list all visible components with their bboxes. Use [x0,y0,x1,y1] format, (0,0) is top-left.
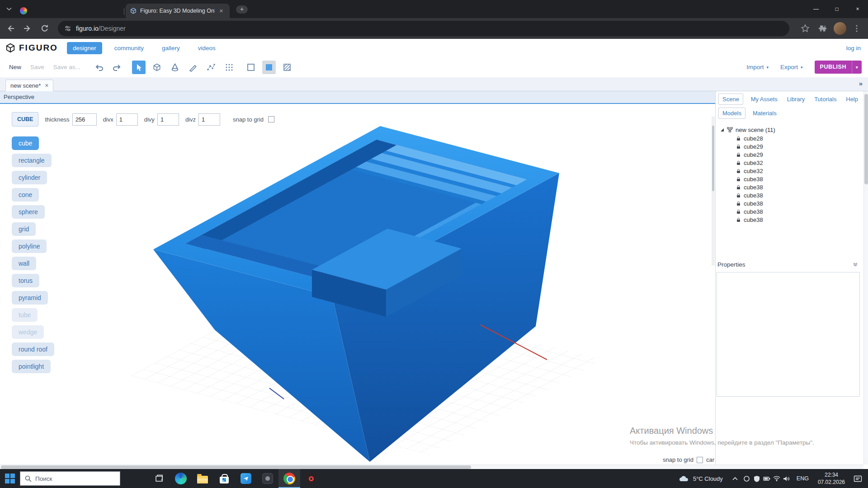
shape-button-polyline[interactable]: polyline [12,239,47,253]
shape-button-grid[interactable]: grid [12,222,36,236]
back-button[interactable] [4,22,17,35]
extensions-button[interactable] [816,22,829,35]
window-minimize-button[interactable]: — [806,0,826,18]
nav-item-community[interactable]: community [108,42,150,54]
thickness-input[interactable] [72,113,97,126]
new-tab-button[interactable]: + [236,5,248,14]
tray-circle-icon[interactable] [742,475,752,482]
polyline-tool-button[interactable] [204,61,218,74]
bookmark-button[interactable] [798,22,812,35]
snap-to-grid-checkbox[interactable] [268,116,274,122]
export-button[interactable]: Export ▾ [780,64,803,70]
scrollbar-thumb[interactable] [864,94,868,184]
window-close-button[interactable]: × [847,0,868,18]
reload-button[interactable] [38,22,52,35]
tree-item[interactable]: cube38 [720,183,863,191]
view-mode-label[interactable]: Perspective [0,91,715,104]
forward-button[interactable] [21,22,34,35]
taskbar-app-blue[interactable] [235,469,257,488]
nav-item-videos[interactable]: videos [192,42,222,54]
import-button[interactable]: Import ▾ [746,64,769,70]
divy-input[interactable] [157,113,179,126]
textured-view-button[interactable] [280,61,294,74]
viewport-3d-canvas[interactable] [0,91,715,465]
shape-button-cylinder[interactable]: cylinder [12,171,47,184]
wireframe-view-button[interactable] [244,61,258,74]
publish-dropdown-button[interactable]: ▾ [852,61,862,74]
scrollbar-thumb[interactable] [1,465,471,469]
redo-button[interactable] [110,61,124,74]
scene-tree-root[interactable]: new scene (11) [720,125,863,134]
new-button[interactable]: New [9,64,21,70]
tab-my-assets[interactable]: My Assets [749,94,779,104]
undo-button[interactable] [92,61,106,74]
tray-expand-button[interactable] [728,477,742,480]
subtab-materials[interactable]: Materials [751,108,778,118]
shape-button-tube[interactable]: tube [12,308,38,322]
tree-item[interactable]: cube38 [720,216,863,224]
select-tool-button[interactable] [132,61,146,74]
tray-wifi-icon[interactable] [772,476,782,481]
divz-input[interactable] [198,113,220,126]
tree-item[interactable]: cube38 [720,191,863,199]
tray-battery-icon[interactable] [762,476,772,481]
shape-button-wedge[interactable]: wedge [12,325,44,339]
shape-button-pyramid[interactable]: pyramid [12,291,48,305]
page-horizontal-scrollbar[interactable] [0,465,863,469]
box-tool-button[interactable] [150,61,164,74]
address-bar[interactable]: figuro.io /Designer [58,21,789,36]
viewport-snap-checkbox[interactable] [697,457,703,463]
page-vertical-scrollbar[interactable] [863,91,868,465]
taskbar-app-dark[interactable] [257,469,278,488]
taskbar-clock[interactable]: 22:34 07.02.2026 [814,471,849,486]
profile-avatar[interactable] [834,22,846,35]
taskbar-app-edge[interactable] [170,469,192,488]
action-center-button[interactable] [849,475,868,483]
language-indicator[interactable]: ENG [792,475,814,482]
tree-item[interactable]: cube28 [720,134,863,142]
nav-item-designer[interactable]: designer [67,42,102,54]
shape-button-sphere[interactable]: sphere [12,205,45,219]
subtab-models[interactable]: Models [718,108,745,119]
taskbar-app-chrome[interactable] [278,469,300,488]
taskbar-app-red[interactable] [300,469,322,488]
figuro-logo[interactable]: FIGURO [5,43,58,53]
task-view-button[interactable] [148,469,170,488]
scene-tab-active[interactable]: new scene* × [5,80,53,91]
shape-button-round-roof[interactable]: round roof [12,343,54,356]
solid-view-button[interactable] [262,61,276,74]
taskbar-app-explorer[interactable] [192,469,213,488]
browser-menu-button[interactable] [850,22,863,35]
shape-button-cube[interactable]: cube [12,136,39,150]
scene-tab-close-icon[interactable]: × [45,82,48,89]
tab-help[interactable]: Help [844,94,860,104]
shape-button-rectangle[interactable]: rectangle [12,154,52,167]
tree-item[interactable]: cube29 [720,142,863,150]
publish-button[interactable]: PUBLISH ▾ [815,61,862,74]
shape-button-pointlight[interactable]: pointlight [12,360,51,373]
nav-item-gallery[interactable]: gallery [156,42,186,54]
divx-input[interactable] [116,113,138,126]
tray-shield-icon[interactable] [752,475,762,482]
tab-tutorials[interactable]: Tutorials [812,94,838,104]
save-button[interactable]: Save [30,64,44,70]
properties-header[interactable]: Properties [716,261,863,268]
tab-overflow-button[interactable]: » [859,80,863,87]
line-tool-button[interactable] [186,61,200,74]
login-link[interactable]: log in [846,45,861,52]
save-as-button[interactable]: Save as... [53,64,80,70]
window-maximize-button[interactable]: □ [826,0,847,18]
tab-scene[interactable]: Scene [718,94,743,105]
cone-tool-button[interactable] [168,61,182,74]
tray-volume-icon[interactable] [782,476,792,482]
tab-library[interactable]: Library [785,94,807,104]
start-button[interactable] [0,469,20,488]
tab-search-button[interactable] [6,7,12,11]
shape-button-wall[interactable]: wall [12,257,36,270]
browser-tab-1[interactable] [15,4,123,18]
points-tool-button[interactable] [222,61,236,74]
tree-item[interactable]: cube32 [720,159,863,167]
taskbar-app-store[interactable] [213,469,235,488]
tree-item[interactable]: cube29 [720,150,863,159]
taskbar-search-box[interactable]: Поиск [20,471,120,486]
